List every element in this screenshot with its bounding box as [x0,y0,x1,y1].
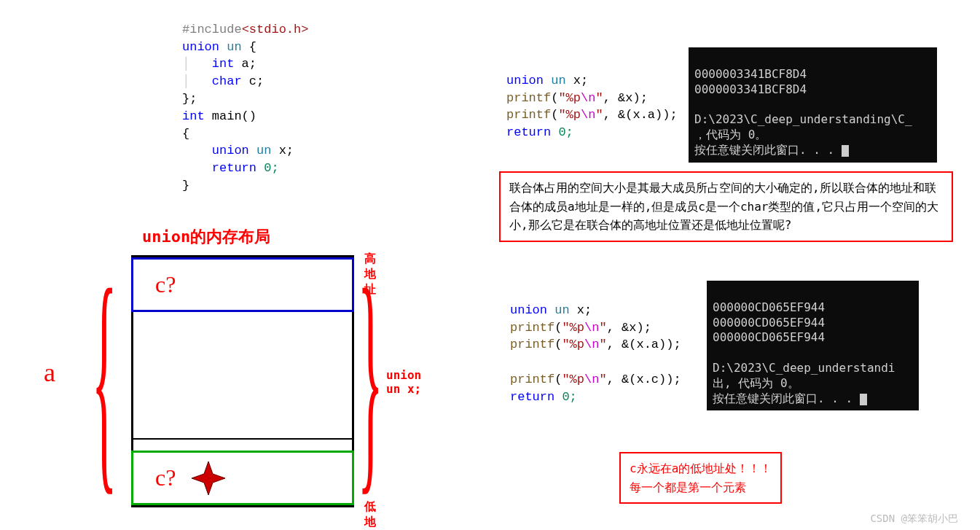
ret-0: 0; [256,161,279,175]
memory-bottom-cell: c? [131,451,354,505]
term2-line: 按任意键关闭此窗口. . . [713,391,860,405]
term2-line: 000000CD065EF944 [713,330,825,344]
a-label: a [44,357,55,388]
star-icon [190,460,227,496]
term1-line: 按任意键关闭此窗口. . . [694,143,842,157]
include-header: <stdio.h> [242,23,309,36]
kw-union: union [182,40,219,54]
conclusion-line1: c永远在a的低地址处！！！ [630,459,772,478]
member-a: a; [234,57,256,71]
kw-char: char [212,74,242,88]
code-block-2: union un x; printf("%p\n", &x); printf("… [506,55,678,141]
diagram-title: union的内存布局 [142,226,270,248]
kw-union2: union [212,144,249,157]
watermark: CSDN @笨笨胡小巴 [870,513,958,526]
explanation-text: 联合体占用的空间大小是其最大成员所占空间的大小确定的,所以联合体的地址和联合体的… [509,181,938,232]
cursor-icon [842,145,849,157]
brace-open: { [182,127,189,141]
term1-line: 0000003341BCF8D4 [694,67,807,81]
svg-marker-0 [192,461,225,495]
memory-top-cell: c? [131,257,354,312]
brace: { [242,40,256,54]
brace-close: }; [182,92,197,106]
terminal-output-2: 000000CD065EF944 000000CD065EF944 000000… [707,281,919,410]
term1-line: D:\2023\C_deep_understanding\C_ [694,112,912,126]
term1-line: ，代码为 0。 [694,128,767,141]
term2-line: 出, 代码为 0。 [713,376,799,390]
kw-int2: int [182,109,205,123]
kw-int: int [212,57,235,71]
member-c: c; [242,74,264,88]
brace-close2: } [182,179,189,192]
code-block-3: union un x; printf("%p\n", &x); printf("… [510,284,681,406]
brace-right-icon: } [339,378,401,424]
kw-return: return [212,161,256,175]
type-un2: un [256,144,271,157]
term2-line: 000000CD065EF944 [713,300,825,314]
type-un: un [227,40,241,54]
cursor-icon [860,394,867,405]
brace-left-icon: { [73,378,136,424]
explanation-box-1: 联合体占用的空间大小是其最大成员所占空间的大小确定的,所以联合体的地址和联合体的… [499,171,953,242]
memory-divider [133,438,352,440]
var-x: x; [271,144,294,157]
conclusion-box: c永远在a的低地址处！！！ 每一个都是第一个元素 [619,452,782,504]
c-bottom-label: c? [155,464,176,491]
preproc: #include [182,23,242,36]
term1-line: 0000003341BCF8D4 [694,82,807,96]
memory-box: c? c? [131,255,354,507]
term2-line: D:\2023\C_deep_understandi [713,361,895,375]
main-sig: main() [205,109,256,123]
c-top-label: c? [155,271,176,298]
code-block-1: #include<stdio.h> union un { │ int a; │ … [182,4,308,195]
conclusion-line2: 每一个都是第一个元素 [630,478,772,497]
term2-line: 000000CD065EF944 [713,316,825,330]
terminal-output-1: 0000003341BCF8D4 0000003341BCF8D4 D:\202… [689,47,937,163]
